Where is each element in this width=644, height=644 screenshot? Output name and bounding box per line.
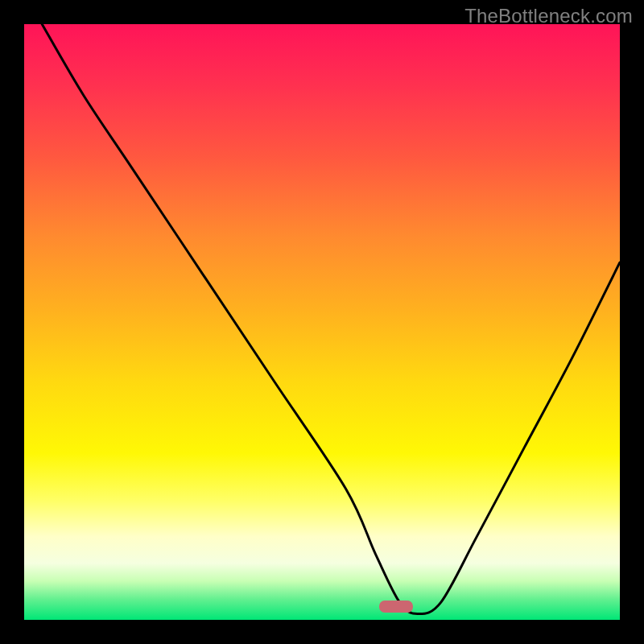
plot-area <box>24 24 620 620</box>
minimum-marker <box>379 601 413 613</box>
chart-frame: TheBottleneck.com <box>0 0 644 644</box>
bottleneck-curve <box>24 24 620 620</box>
